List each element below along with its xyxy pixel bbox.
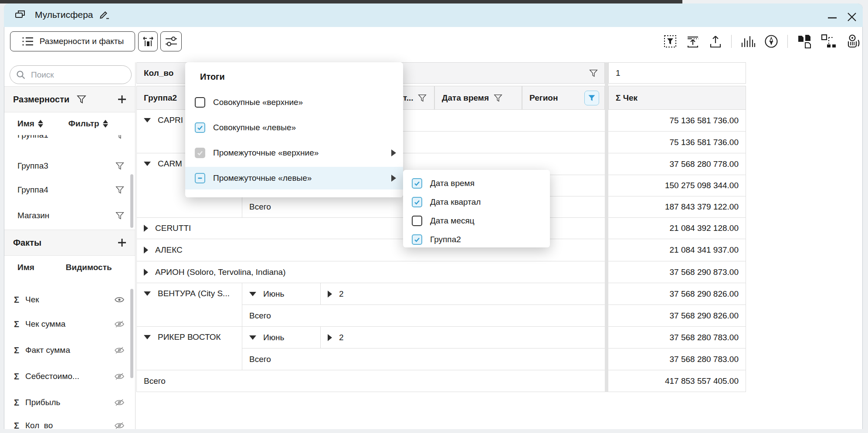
fit-columns-button[interactable]: [138, 31, 158, 51]
export-button[interactable]: [709, 34, 722, 48]
filter-icon[interactable]: [589, 68, 598, 78]
dimension-row[interactable]: Группа4: [4, 180, 131, 200]
add-dimension-button[interactable]: [117, 94, 127, 105]
caret-right-icon[interactable]: [144, 247, 148, 254]
checkbox-checked-disabled[interactable]: [195, 148, 205, 158]
close-button[interactable]: [846, 11, 858, 23]
caret-right-icon[interactable]: [328, 291, 332, 298]
name-sort-button[interactable]: [38, 120, 43, 128]
caret-right-icon[interactable]: [328, 334, 332, 341]
subtotal-cell: Всего: [242, 305, 605, 327]
fact-row[interactable]: Σ Чек сумма: [4, 315, 131, 334]
checkbox-checked[interactable]: [412, 234, 422, 245]
layout-tree-button[interactable]: [821, 34, 837, 49]
add-fact-button[interactable]: [117, 237, 127, 248]
visibility-off-icon[interactable]: [114, 372, 125, 380]
dimensions-scrollbar[interactable]: [130, 174, 133, 228]
selection-filter-button[interactable]: [663, 34, 677, 48]
value-cell: 37 568 280 778.00: [608, 153, 746, 175]
visibility-off-icon[interactable]: [114, 422, 125, 429]
minimize-button[interactable]: [827, 16, 838, 20]
tree-cell-june[interactable]: Июнь: [242, 327, 321, 348]
value-cell: 21 084 341 937.00: [608, 239, 746, 261]
filter-icon[interactable]: [115, 185, 125, 195]
checkbox-indeterminate[interactable]: [195, 173, 205, 183]
dimension-row[interactable]: Группа1: [4, 135, 131, 145]
fact-row[interactable]: Σ Прибыль: [4, 393, 131, 412]
caret-down-icon[interactable]: [249, 335, 256, 340]
filter-icon[interactable]: [493, 93, 503, 103]
edit-title-icon[interactable]: [98, 9, 110, 20]
tree-cell-riker[interactable]: РИКЕР ВОСТОК: [136, 327, 242, 370]
facts-scrollbar[interactable]: [130, 289, 133, 378]
caret-right-icon[interactable]: [144, 225, 148, 232]
datetime-header-cell[interactable]: Дата время: [434, 86, 522, 110]
sliders-icon: [164, 35, 178, 48]
visibility-off-icon[interactable]: [114, 320, 125, 328]
menu-item-intermediate-left[interactable]: Промежуточные «левые»: [185, 167, 403, 189]
visibility-off-icon[interactable]: [114, 399, 125, 406]
caret-down-icon[interactable]: [144, 291, 151, 296]
submenu-item-datetime[interactable]: Дата время: [403, 174, 550, 193]
tree-cell-ventura[interactable]: ВЕНТУРА (City S...: [136, 283, 242, 327]
tree-cell-june[interactable]: Июнь: [242, 283, 321, 305]
hide-view-button[interactable]: [845, 34, 861, 49]
caret-down-icon[interactable]: [144, 335, 151, 339]
caret-down-icon[interactable]: [144, 162, 151, 166]
filter-icon[interactable]: [115, 161, 125, 171]
fit-columns-icon: [142, 35, 154, 47]
dimensions-filter-icon[interactable]: [76, 94, 87, 105]
visibility-off-icon[interactable]: [114, 346, 125, 354]
menu-item-label: Промежуточные «верхние»: [213, 148, 391, 158]
menu-item-cumulative-top[interactable]: Совокупные «верхние»: [185, 91, 403, 114]
checkbox-checked[interactable]: [412, 197, 422, 207]
filter-sort-button[interactable]: [103, 120, 108, 128]
submenu-item-group2[interactable]: Группа2: [403, 230, 550, 249]
fact-row[interactable]: Σ Себестоимо...: [4, 367, 131, 386]
collapse-rows-button[interactable]: [686, 34, 700, 48]
menu-item-cumulative-left[interactable]: Совокупные «левые»: [185, 116, 403, 139]
dimension-row[interactable]: Группа3: [4, 156, 131, 176]
caret-right-icon[interactable]: [144, 269, 148, 276]
submenu-item-month[interactable]: Дата месяц: [403, 211, 550, 230]
tree-cell-region2[interactable]: 2: [321, 327, 605, 348]
tree-cell-region2[interactable]: 2: [321, 283, 605, 305]
filter-icon[interactable]: [115, 135, 125, 140]
menu-item-intermediate-top[interactable]: Промежуточные «верхние»: [185, 142, 403, 164]
filter-icon[interactable]: [115, 211, 125, 220]
visibility-on-icon[interactable]: [114, 296, 125, 304]
bottom-margin: [0, 429, 868, 433]
list-icon: [21, 36, 34, 47]
checkbox-unchecked[interactable]: [195, 97, 205, 108]
value-text: 37 568 290 826.00: [670, 289, 739, 299]
filter-icon[interactable]: [417, 93, 427, 103]
region-header-cell[interactable]: Регион: [522, 86, 605, 110]
caret-down-icon[interactable]: [144, 118, 151, 122]
value-column-header[interactable]: 1: [608, 62, 746, 84]
value-text: 150 275 098 344.00: [665, 181, 739, 190]
search-input[interactable]: [10, 65, 132, 84]
region-label: Регион: [529, 93, 558, 103]
value-cell: 150 275 098 344.00: [608, 175, 746, 196]
region-filter-active-icon[interactable]: [584, 91, 599, 105]
tree-cell-arion[interactable]: АРИОН (Soloro, Tervolina, Indiana): [136, 261, 605, 283]
dimension-row[interactable]: Магазин: [4, 206, 131, 225]
submenu-item-quarter[interactable]: Дата квартал: [403, 193, 550, 211]
checkbox-checked[interactable]: [195, 122, 205, 133]
dimensions-facts-button[interactable]: Размерности и факты: [10, 31, 135, 51]
fact-header-cell[interactable]: Σ Чек: [608, 86, 746, 110]
copy-pages-button[interactable]: [797, 34, 812, 49]
column-splitter[interactable]: [605, 62, 608, 392]
value-cell: 21 084 392 128.00: [608, 218, 746, 239]
caret-down-icon[interactable]: [249, 292, 256, 296]
subtotal-label: Всего: [249, 311, 271, 321]
fact-row[interactable]: Σ Чек: [4, 290, 131, 309]
compass-button[interactable]: [764, 34, 779, 49]
fact-row[interactable]: Σ Кол_во: [4, 416, 131, 429]
fact-row[interactable]: Σ Факт сумма: [4, 341, 131, 360]
chart-button[interactable]: [740, 34, 755, 48]
checkbox-unchecked[interactable]: [412, 216, 422, 226]
subtotal-label: Всего: [249, 355, 271, 364]
checkbox-checked[interactable]: [412, 178, 422, 189]
view-settings-button[interactable]: [160, 31, 182, 51]
